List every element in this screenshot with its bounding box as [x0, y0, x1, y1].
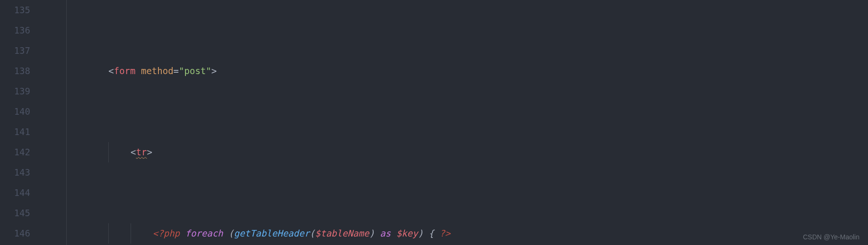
- line-number: 136: [0, 20, 30, 41]
- line-number-gutter: 135 136 137 138 139 140 141 142 143 144 …: [0, 0, 44, 245]
- line-number: 135: [0, 0, 30, 20]
- code-area[interactable]: <form method="post"> <tr> <?php foreach …: [44, 0, 630, 245]
- line-number: 140: [0, 101, 30, 122]
- line-number: 142: [0, 142, 30, 162]
- line-number: 144: [0, 183, 30, 203]
- line-number: 139: [0, 81, 30, 101]
- code-editor[interactable]: 135 136 137 138 139 140 141 142 143 144 …: [0, 0, 868, 245]
- watermark: CSDN @Ye-Maolin: [803, 234, 859, 240]
- code-line[interactable]: <?php foreach (getTableHeader($tableName…: [44, 223, 630, 244]
- line-number: 145: [0, 203, 30, 223]
- code-line[interactable]: <tr>: [44, 142, 630, 162]
- code-line[interactable]: <form method="post">: [44, 61, 630, 81]
- line-number: 143: [0, 162, 30, 183]
- line-number: 138: [0, 61, 30, 81]
- line-number: 141: [0, 122, 30, 142]
- line-number: 146: [0, 223, 30, 244]
- line-number: 137: [0, 41, 30, 61]
